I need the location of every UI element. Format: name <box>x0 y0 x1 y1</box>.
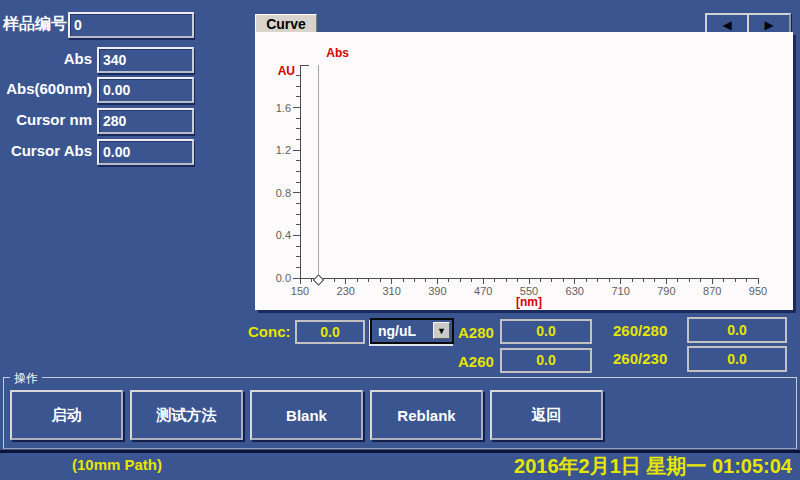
path-length-label: (10mm Path) <box>72 456 162 473</box>
a260-value-box: 0.0 <box>500 348 592 373</box>
a260-value: 0.0 <box>536 352 555 368</box>
ratio-260-280-value: 0.0 <box>727 322 746 338</box>
sample-id-value: 0 <box>74 17 82 33</box>
return-button[interactable]: 返回 <box>490 390 603 440</box>
conc-label: Conc: <box>248 320 291 344</box>
svg-text:Abs: Abs <box>326 46 349 60</box>
abs600-input[interactable]: 0.00 <box>97 77 194 103</box>
start-button[interactable]: 启动 <box>10 390 123 440</box>
svg-text:870: 870 <box>703 285 721 297</box>
svg-text:150: 150 <box>291 285 309 297</box>
right-arrow-icon: ▶ <box>764 18 773 32</box>
ratio-260-230-value-box: 0.0 <box>687 346 787 372</box>
svg-text:390: 390 <box>428 285 446 297</box>
abs-wavelength-value: 340 <box>103 52 126 68</box>
cursor-nm-input[interactable]: 280 <box>97 108 194 134</box>
conc-value: 0.0 <box>320 324 339 340</box>
svg-text:710: 710 <box>611 285 629 297</box>
svg-text:1.2: 1.2 <box>276 144 291 156</box>
abs-wavelength-input[interactable]: 340 <box>97 47 194 73</box>
left-arrow-icon: ◀ <box>722 18 731 32</box>
tab-curve[interactable]: Curve <box>255 14 317 33</box>
unit-selected: ng/uL <box>378 323 416 339</box>
dropdown-arrow-icon[interactable]: ▼ <box>433 322 450 339</box>
cursor-abs-input[interactable]: 0.00 <box>97 139 194 165</box>
cursor-nm-label: Cursor nm <box>0 108 92 132</box>
conc-value-box: 0.0 <box>295 320 365 344</box>
ratio-260-230-label: 260/230 <box>613 347 667 371</box>
a280-value: 0.0 <box>536 323 555 339</box>
spectrum-chart-svg: 0.00.40.81.21.61502303103904705506307107… <box>255 32 793 310</box>
svg-text:0.0: 0.0 <box>276 272 291 284</box>
svg-text:AU: AU <box>278 64 295 78</box>
instrument-screen: 样品编号 0 Abs 340 Abs(600nm) 0.00 Cursor nm… <box>0 0 800 480</box>
operations-legend: 操作 <box>10 370 42 387</box>
test-method-button[interactable]: 测试方法 <box>130 390 243 440</box>
svg-text:470: 470 <box>474 285 492 297</box>
ratio-260-230-value: 0.0 <box>727 351 746 367</box>
svg-text:950: 950 <box>749 285 767 297</box>
operations-buttons: 启动 测试方法 Blank Reblank 返回 <box>10 390 603 440</box>
cursor-abs-value: 0.00 <box>103 144 130 160</box>
svg-text:310: 310 <box>382 285 400 297</box>
svg-text:1.6: 1.6 <box>276 102 291 114</box>
svg-text:0.8: 0.8 <box>276 187 291 199</box>
unit-dropdown[interactable]: ng/uL ▼ <box>370 318 454 344</box>
cursor-nm-value: 280 <box>103 113 126 129</box>
sample-id-label: 样品编号 <box>3 12 67 36</box>
cursor-abs-label: Cursor Abs <box>0 139 92 163</box>
ratio-260-280-value-box: 0.0 <box>687 317 787 343</box>
svg-text:0.4: 0.4 <box>276 229 291 241</box>
svg-text:630: 630 <box>566 285 584 297</box>
abs-wavelength-label: Abs <box>0 47 92 71</box>
a260-label: A260 <box>458 350 494 374</box>
reblank-button[interactable]: Reblank <box>370 390 483 440</box>
a280-value-box: 0.0 <box>500 319 592 344</box>
a280-label: A280 <box>458 321 494 345</box>
abs600-label: Abs(600nm) <box>0 77 92 101</box>
ratio-260-280-label: 260/280 <box>613 319 667 343</box>
blank-button[interactable]: Blank <box>250 390 363 440</box>
sample-id-input[interactable]: 0 <box>68 12 194 38</box>
datetime-display: 2016年2月1日 星期一 01:05:04 <box>514 453 792 480</box>
spectrum-chart[interactable]: 0.00.40.81.21.61502303103904705506307107… <box>255 32 793 310</box>
svg-text:[nm]: [nm] <box>516 295 542 309</box>
abs600-value: 0.00 <box>103 82 130 98</box>
svg-text:790: 790 <box>657 285 675 297</box>
svg-text:230: 230 <box>337 285 355 297</box>
